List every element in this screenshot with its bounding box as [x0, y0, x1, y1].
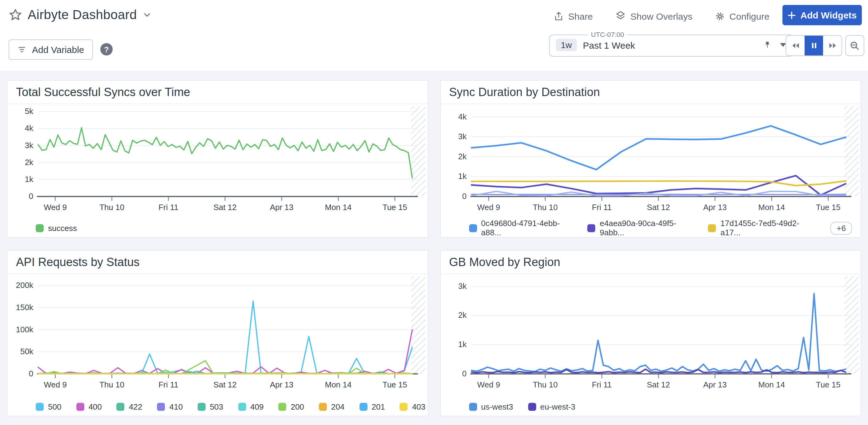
time-range-label: Past 1 Week — [583, 40, 635, 50]
line-chart-api-requests[interactable]: 200k150k100k50k0Wed 9Thu 10Fri 11Sat 12A… — [7, 274, 427, 396]
svg-text:2k: 2k — [25, 158, 34, 167]
legend-item[interactable]: 422 — [117, 402, 142, 411]
legend-label: e4aea90a-90ca-49f5-9abb... — [600, 219, 693, 237]
legend-label: 403 — [412, 402, 425, 411]
pin-icon[interactable] — [763, 40, 772, 50]
rewind-icon — [791, 41, 800, 50]
legend-color-chip — [36, 402, 44, 411]
legend-item[interactable]: eu-west-3 — [528, 402, 575, 411]
legend-label: eu-west-3 — [540, 402, 575, 411]
legend-item[interactable]: 204 — [319, 402, 344, 411]
widget-title: Sync Duration by Destination — [440, 81, 861, 104]
legend-item[interactable]: 410 — [157, 402, 183, 411]
plus-icon — [787, 11, 796, 20]
svg-text:Tue 15: Tue 15 — [816, 203, 840, 212]
legend-label: 422 — [129, 402, 142, 411]
legend-item[interactable]: 0c49680d-4791-4ebb-a88... — [469, 219, 573, 237]
legend-overflow-button[interactable]: +6 — [831, 221, 852, 234]
svg-text:Mon 14: Mon 14 — [325, 203, 351, 212]
svg-text:0: 0 — [462, 191, 466, 201]
legend-item[interactable]: 403 — [400, 402, 425, 411]
legend-item[interactable]: 201 — [359, 402, 385, 411]
legend-label: us-west3 — [481, 402, 513, 411]
svg-text:Sat 12: Sat 12 — [647, 203, 670, 212]
svg-text:Thu 10: Thu 10 — [532, 203, 557, 212]
svg-text:1k: 1k — [458, 340, 467, 349]
legend-color-chip — [528, 402, 536, 411]
legend-item[interactable]: 409 — [238, 402, 264, 411]
svg-text:2k: 2k — [458, 152, 467, 161]
share-label: Share — [568, 11, 593, 21]
svg-text:Fri 11: Fri 11 — [158, 203, 179, 212]
time-pause-button[interactable] — [805, 36, 823, 55]
legend-color-chip — [76, 402, 84, 411]
add-widgets-button[interactable]: Add Widgets — [782, 5, 862, 25]
line-chart-total-successful-syncs[interactable]: 5k4k3k2k1k0Wed 9Thu 10Fri 11Sat 12Apr 13… — [7, 104, 427, 217]
svg-text:Fri 11: Fri 11 — [158, 380, 179, 389]
widget-title: Total Successful Syncs over Time — [7, 81, 428, 104]
time-rewind-button[interactable] — [786, 36, 805, 55]
legend-label: 17d1455c-7ed5-49d2-a17... — [720, 219, 812, 237]
legend-label: 0c49680d-4791-4ebb-a88... — [481, 219, 573, 237]
title-chevron-down-icon[interactable] — [143, 10, 152, 20]
legend-label: 201 — [372, 402, 385, 411]
legend-color-chip — [469, 224, 477, 232]
legend-color-chip — [197, 402, 206, 411]
share-button[interactable]: Share — [553, 11, 593, 21]
legend-item[interactable]: 17d1455c-7ed5-49d2-a17... — [708, 219, 812, 237]
legend-label: 200 — [290, 402, 304, 411]
line-chart-sync-duration[interactable]: 4k3k2k1k0Wed 9Thu 10Fri 11Sat 12Apr 13Mo… — [440, 104, 860, 217]
svg-text:4k: 4k — [25, 123, 34, 133]
star-icon[interactable] — [9, 8, 22, 22]
legend-color-chip — [708, 224, 716, 232]
legend-item[interactable]: e4aea90a-90ca-49f5-9abb... — [588, 219, 693, 237]
legend-label: 500 — [48, 402, 61, 411]
legend-label: success — [48, 223, 77, 233]
chart-legend: success — [7, 217, 428, 237]
svg-text:Apr 13: Apr 13 — [703, 203, 727, 212]
add-variable-label: Add Variable — [32, 44, 84, 55]
svg-text:Sat 12: Sat 12 — [647, 380, 670, 389]
widget-sync-duration-by-destination: Sync Duration by Destination 4k3k2k1k0We… — [440, 80, 861, 238]
configure-button[interactable]: Configure — [715, 11, 770, 21]
svg-text:Mon 14: Mon 14 — [325, 380, 351, 389]
legend-color-chip — [278, 402, 286, 411]
svg-text:50k: 50k — [20, 347, 34, 356]
zoom-out-button[interactable] — [845, 35, 864, 56]
time-range-badge: 1w — [556, 39, 577, 51]
legend-color-chip — [117, 402, 125, 411]
line-chart-gb-moved[interactable]: 3k2k1k0Wed 9Thu 10Fri 11Sat 12Apr 13Mon … — [440, 274, 860, 396]
svg-text:Apr 13: Apr 13 — [270, 380, 293, 389]
legend-label: 410 — [169, 402, 183, 411]
time-forward-button[interactable] — [823, 36, 841, 55]
legend-item[interactable]: success — [36, 223, 77, 233]
legend-item[interactable]: 503 — [197, 402, 223, 411]
chart-legend: us-west3eu-west-3 — [440, 396, 861, 416]
add-variable-button[interactable]: Add Variable — [9, 39, 93, 60]
gear-icon — [715, 11, 725, 21]
legend-color-chip — [157, 402, 165, 411]
legend-color-chip — [469, 402, 477, 411]
svg-text:Tue 15: Tue 15 — [816, 380, 840, 389]
legend-label: 409 — [250, 402, 264, 411]
legend-item[interactable]: us-west3 — [469, 402, 513, 411]
show-overlays-label: Show Overlays — [630, 11, 692, 21]
svg-text:4k: 4k — [458, 112, 467, 121]
legend-item[interactable]: 200 — [278, 402, 304, 411]
show-overlays-button[interactable]: Show Overlays — [615, 10, 692, 22]
svg-text:Thu 10: Thu 10 — [532, 380, 557, 389]
svg-text:3k: 3k — [25, 141, 34, 150]
header-actions: Share Show Overlays Conf — [553, 0, 770, 32]
help-icon[interactable]: ? — [100, 43, 113, 55]
svg-text:Wed 9: Wed 9 — [477, 203, 500, 212]
svg-text:Tue 15: Tue 15 — [382, 203, 407, 212]
widget-gb-moved-by-region: GB Moved by Region 3k2k1k0Wed 9Thu 10Fri… — [440, 250, 861, 416]
time-range-picker[interactable]: UTC-07:00 1w Past 1 Week — [549, 31, 793, 57]
time-dropdown-caret-icon[interactable] — [780, 43, 786, 47]
legend-item[interactable]: 400 — [76, 402, 101, 411]
svg-text:5k: 5k — [25, 107, 34, 116]
svg-text:Apr 13: Apr 13 — [703, 380, 727, 389]
svg-text:3k: 3k — [458, 281, 467, 291]
pause-icon — [810, 41, 818, 50]
legend-item[interactable]: 500 — [36, 402, 61, 411]
